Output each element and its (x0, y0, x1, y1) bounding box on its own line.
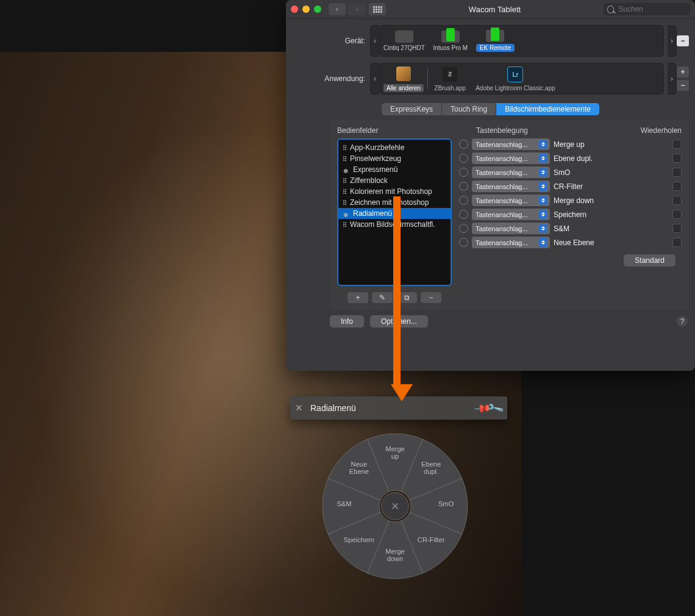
device-remove-button[interactable]: − (677, 35, 689, 46)
assignment-label: Ebene dupl. (554, 154, 669, 163)
radial-segment-label: SmO (438, 500, 454, 507)
options-button[interactable]: Optionen... (370, 315, 428, 328)
panel-item[interactable]: Zeichnen mit Photoshop (338, 197, 451, 208)
wrench-icon[interactable]: 🔧 (486, 399, 505, 417)
repeat-checkbox[interactable] (672, 210, 682, 219)
device-item[interactable]: Cintiq 27QHDT (383, 30, 425, 51)
device-list: Cintiq 27QHDTIntuos Pro MEK Remote (379, 25, 664, 57)
application-item[interactable]: Alle anderen (383, 65, 424, 92)
repeat-checkbox[interactable] (672, 168, 682, 177)
application-icon: Ƶ (440, 66, 460, 83)
panel-list[interactable]: App-KurzbefehlePinselwerkzeugExpressmenü… (337, 138, 452, 286)
radial-segment-label: CR-Filter (418, 536, 445, 543)
standard-button[interactable]: Standard (624, 254, 675, 267)
panel-duplicate-button[interactable]: ⧉ (396, 292, 417, 303)
panel-item-label: Kolorieren mit Photoshop (350, 187, 432, 196)
panel-item-label: Radialmenü (353, 209, 392, 218)
assignment-radio[interactable] (459, 224, 468, 233)
device-scroll-right[interactable]: › (668, 25, 677, 57)
tab-expresskeys[interactable]: ExpressKeys (382, 103, 442, 115)
repeat-checkbox[interactable] (672, 140, 682, 149)
radial-segment-label: dupl. (424, 468, 438, 475)
panel-item[interactable]: Radialmenü (338, 208, 451, 219)
assignment-row: Tastenanschlag...Merge down (459, 195, 682, 206)
panel-item[interactable]: Pinselwerkzeug (338, 153, 451, 164)
device-name: Cintiq 27QHDT (383, 45, 425, 51)
assignment-radio[interactable] (459, 140, 468, 149)
panel-item-label: Expressmenü (353, 165, 397, 174)
repeat-checkbox[interactable] (672, 154, 682, 163)
close-window-icon[interactable] (291, 5, 298, 13)
zoom-window-icon[interactable] (314, 5, 321, 13)
forward-button[interactable]: › (348, 3, 365, 15)
preferences-window: ‹ › Wacom Tablett Gerät: ‹ Cintiq 27QHDT… (286, 0, 695, 371)
repeat-checkbox[interactable] (672, 182, 682, 191)
radial-menu[interactable]: MergeupEbenedupl.SmOCR-FilterMergedownSp… (316, 421, 474, 592)
radial-menu-header: ✕ Radialmenü 📌 🔧 (290, 396, 507, 420)
assignment-type-select[interactable]: Tastenanschlag... (472, 152, 550, 164)
app-remove-button[interactable]: − (677, 80, 689, 91)
assignment-type-select[interactable]: Tastenanschlag... (472, 138, 550, 150)
minimize-window-icon[interactable] (302, 5, 310, 13)
panel-add-button[interactable]: + (348, 292, 368, 303)
repeat-checkbox[interactable] (672, 238, 682, 247)
device-name: EK Remote (476, 44, 515, 52)
panel-delete-button[interactable]: − (421, 292, 441, 303)
search-input[interactable] (617, 4, 686, 14)
panel-item[interactable]: Kolorieren mit Photoshop (338, 186, 451, 197)
assignment-radio[interactable] (459, 210, 468, 219)
show-all-button[interactable] (369, 3, 386, 15)
grip-icon (343, 200, 346, 205)
panel-edit-button[interactable]: ✎ (372, 292, 393, 303)
combo-label: Tastenanschlag... (476, 183, 528, 190)
application-item[interactable]: ƵZBrush.app (432, 66, 468, 91)
assignment-type-select[interactable]: Tastenanschlag... (472, 209, 550, 220)
assignment-type-select[interactable]: Tastenanschlag... (472, 181, 550, 192)
assignment-type-select[interactable]: Tastenanschlag... (472, 195, 550, 206)
assignment-radio[interactable] (459, 168, 468, 177)
device-item[interactable]: EK Remote (476, 30, 515, 52)
assignment-radio[interactable] (459, 182, 468, 191)
device-item[interactable]: Intuos Pro M (432, 30, 469, 51)
assignments-heading: Tastenbelegung (476, 126, 557, 135)
application-name: ZBrush.app (434, 85, 466, 91)
assignment-type-select[interactable]: Tastenanschlag... (472, 223, 550, 234)
search-field[interactable] (604, 3, 690, 15)
tab-touch-ring[interactable]: Touch Ring (442, 103, 496, 115)
assignment-radio[interactable] (459, 154, 468, 163)
app-scroll-right[interactable]: › (668, 63, 677, 95)
app-add-button[interactable]: + (677, 66, 689, 77)
radial-segment-label: S&M (337, 500, 351, 507)
radial-title: Radialmenü (310, 403, 476, 413)
help-button[interactable]: ? (677, 316, 688, 327)
application-item[interactable]: LrAdobe Lightroom Classic.app (476, 66, 555, 91)
device-icon (441, 30, 460, 43)
assignment-label: Neue Ebene (554, 238, 669, 247)
back-button[interactable]: ‹ (329, 3, 346, 15)
combo-label: Tastenanschlag... (476, 197, 528, 204)
tab-bildschirmbedienelemente[interactable]: Bildschirmbedienelemente (496, 103, 599, 115)
panel-item[interactable]: App-Kurzbefehle (338, 142, 451, 153)
repeat-checkbox[interactable] (672, 224, 682, 233)
assignment-radio[interactable] (459, 238, 468, 247)
panel-item[interactable]: Wacom Bildschirmschaltfl. (338, 219, 451, 230)
radial-segment-label: Speichern (344, 536, 374, 543)
combo-label: Tastenanschlag... (476, 239, 528, 246)
assignment-radio[interactable] (459, 196, 468, 205)
assignment-type-select[interactable]: Tastenanschlag... (472, 237, 550, 248)
assignment-row: Tastenanschlag...SmO (459, 167, 682, 178)
chevron-updown-icon (539, 210, 547, 219)
combo-label: Tastenanschlag... (476, 211, 528, 218)
assignment-type-select[interactable]: Tastenanschlag... (472, 167, 550, 178)
combo-label: Tastenanschlag... (476, 155, 528, 162)
app-scroll-left[interactable]: ‹ (370, 63, 379, 95)
panel-item[interactable]: Expressmenü (338, 164, 451, 175)
repeat-checkbox[interactable] (672, 196, 682, 205)
radial-center-close-icon[interactable]: ✕ (391, 501, 399, 512)
radial-segment-label: Neue (351, 460, 368, 468)
info-button[interactable]: Info (330, 315, 364, 328)
panel-item[interactable]: Ziffernblock (338, 175, 451, 186)
radial-close-icon[interactable]: ✕ (295, 403, 303, 414)
device-scroll-left[interactable]: ‹ (370, 25, 379, 57)
assignment-label: S&M (554, 224, 669, 233)
